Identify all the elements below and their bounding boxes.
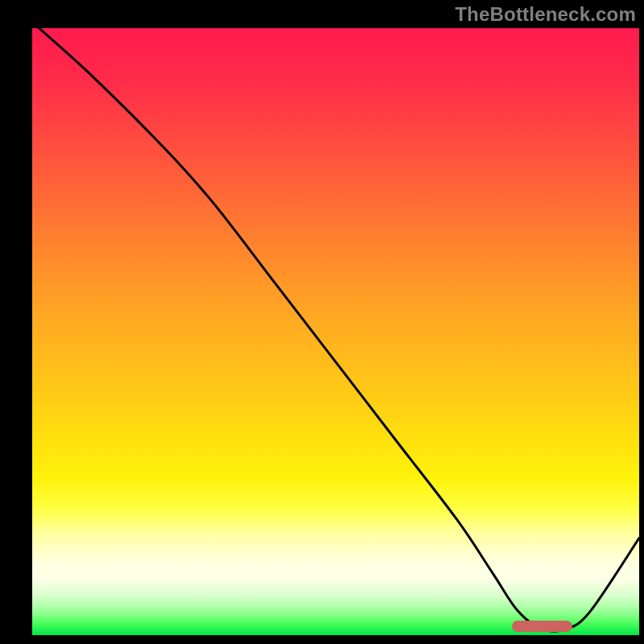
optimal-range-marker bbox=[512, 621, 572, 632]
plot-area bbox=[32, 28, 639, 635]
watermark-text: TheBottleneck.com bbox=[455, 3, 636, 26]
chart-frame: TheBottleneck.com bbox=[0, 0, 644, 644]
bottleneck-curve bbox=[32, 28, 639, 635]
